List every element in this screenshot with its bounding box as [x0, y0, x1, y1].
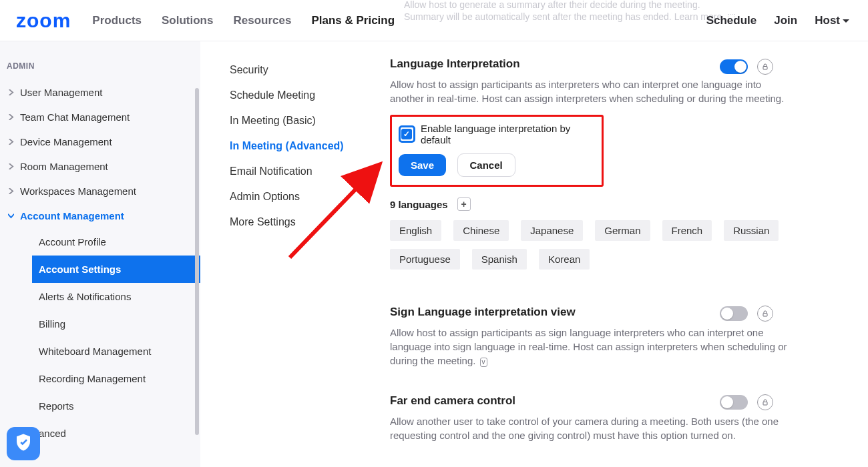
add-language-button[interactable]: + [457, 197, 471, 211]
sidebar-item-room-management[interactable]: Room Management [0, 154, 200, 179]
language-chip[interactable]: Chinese [453, 220, 509, 241]
tab-admin-options[interactable]: Admin Options [230, 184, 390, 209]
language-chip-list: English Chinese Japanese German French R… [390, 220, 795, 270]
nav-products[interactable]: Products [92, 14, 142, 27]
sidebar-scrollbar[interactable] [195, 88, 199, 435]
nav-plans-pricing[interactable]: Plans & Pricing [311, 14, 395, 27]
sidebar-item-label: Team Chat Management [20, 111, 130, 123]
top-navbar: Allow host to generate a summary after t… [0, 0, 868, 41]
annotation-highlight-box: ✓ Enable language interpretation by defa… [390, 115, 604, 187]
lock-icon[interactable] [757, 306, 773, 322]
language-chip[interactable]: Spanish [472, 249, 527, 270]
nav-links: Products Solutions Resources Plans & Pri… [92, 14, 395, 27]
cancel-button[interactable]: Cancel [457, 153, 515, 177]
chevron-right-icon [7, 163, 15, 169]
svg-rect-0 [763, 67, 767, 70]
subnav-reports[interactable]: Reports [32, 392, 200, 420]
setting-language-interpretation: Language Interpretation Allow host to as… [390, 57, 795, 270]
sidebar-section-admin: ADMIN [0, 53, 200, 80]
sidebar-item-label: Workspaces Management [20, 185, 136, 197]
setting-description: Allow host to assign participants as int… [390, 77, 795, 105]
sidebar-item-label: User Management [20, 87, 102, 98]
tab-security[interactable]: Security [230, 57, 390, 83]
sidebar-item-label: Room Management [20, 161, 108, 172]
chevron-right-icon [7, 114, 15, 120]
language-chip[interactable]: German [595, 220, 650, 241]
checkbox-enable-default[interactable]: ✓ [399, 125, 415, 143]
setting-sign-language-interpretation: Sign Language interpretation view Allow … [390, 306, 795, 368]
sidebar-item-device-management[interactable]: Device Management [0, 129, 200, 154]
shield-check-icon [13, 432, 33, 455]
tab-in-meeting-basic[interactable]: In Meeting (Basic) [230, 108, 390, 133]
info-badge-icon: v [480, 358, 487, 367]
svg-rect-3 [763, 402, 767, 406]
svg-rect-2 [763, 314, 767, 317]
sidebar-item-label: Device Management [20, 136, 112, 147]
subnav-recording-management[interactable]: Recording Management [32, 365, 200, 392]
language-chip[interactable]: Portuguese [390, 249, 460, 270]
tab-more-settings[interactable]: More Settings [230, 209, 390, 235]
language-chip[interactable]: Korean [539, 249, 590, 270]
nav-host-dropdown[interactable]: Host [815, 14, 849, 27]
subnav-whiteboard-management[interactable]: Whiteboard Management [32, 338, 200, 365]
setting-description: Allow another user to take control of yo… [390, 414, 795, 442]
nav-right: Schedule Join Host [706, 14, 849, 27]
setting-description: Allow host to assign participants as sig… [390, 326, 795, 368]
sidebar-item-label: Account Management [20, 210, 124, 221]
settings-detail-column: Language Interpretation Allow host to as… [390, 57, 855, 467]
languages-count-label: 9 languages [390, 199, 448, 210]
tab-in-meeting-advanced[interactable]: In Meeting (Advanced) [230, 133, 390, 159]
toggle-sign-language[interactable] [720, 306, 748, 321]
privacy-shield-badge[interactable] [7, 427, 40, 460]
sidebar-item-workspaces-management[interactable]: Workspaces Management [0, 179, 200, 203]
toggle-language-interpretation[interactable] [720, 59, 748, 74]
setting-far-end-camera-control: Far end camera control Allow another use… [390, 394, 795, 442]
sidebar-item-team-chat-management[interactable]: Team Chat Management [0, 105, 200, 129]
account-management-subnav: Account Profile Account Settings Alerts … [0, 228, 200, 447]
chevron-right-icon [7, 89, 15, 95]
language-chip[interactable]: English [390, 220, 441, 241]
zoom-logo[interactable]: zoom [16, 9, 71, 32]
subnav-account-profile[interactable]: Account Profile [32, 228, 200, 256]
nav-resources[interactable]: Resources [233, 14, 291, 27]
subnav-advanced-truncated[interactable]: anced [32, 420, 200, 447]
nav-solutions[interactable]: Solutions [162, 14, 213, 27]
save-button[interactable]: Save [399, 154, 446, 176]
chevron-down-icon [7, 213, 15, 219]
tab-schedule-meeting[interactable]: Schedule Meeting [230, 83, 390, 108]
checkbox-label: Enable language interpretation by defaul… [421, 123, 594, 145]
sidebar-item-user-management[interactable]: User Management [0, 80, 200, 105]
lock-icon[interactable] [757, 59, 773, 75]
sidebar-item-account-management[interactable]: Account Management [0, 203, 200, 228]
nav-schedule[interactable]: Schedule [706, 14, 757, 27]
tab-email-notification[interactable]: Email Notification [230, 159, 390, 184]
chevron-right-icon [7, 139, 15, 145]
lock-icon[interactable] [757, 394, 773, 410]
admin-sidebar: ADMIN User Management Team Chat Manageme… [0, 41, 200, 467]
language-chip[interactable]: French [662, 220, 712, 241]
language-chip[interactable]: Russian [724, 220, 779, 241]
toggle-far-end-camera[interactable] [720, 395, 748, 410]
subnav-alerts-notifications[interactable]: Alerts & Notifications [32, 283, 200, 310]
subnav-account-settings[interactable]: Account Settings [32, 256, 200, 283]
settings-tab-column: Security Schedule Meeting In Meeting (Ba… [230, 57, 390, 467]
check-icon: ✓ [401, 129, 412, 139]
settings-content: Security Schedule Meeting In Meeting (Ba… [200, 41, 868, 467]
subnav-billing[interactable]: Billing [32, 310, 200, 338]
chevron-right-icon [7, 188, 15, 194]
language-chip[interactable]: Japanese [521, 220, 583, 241]
nav-join[interactable]: Join [774, 14, 797, 27]
